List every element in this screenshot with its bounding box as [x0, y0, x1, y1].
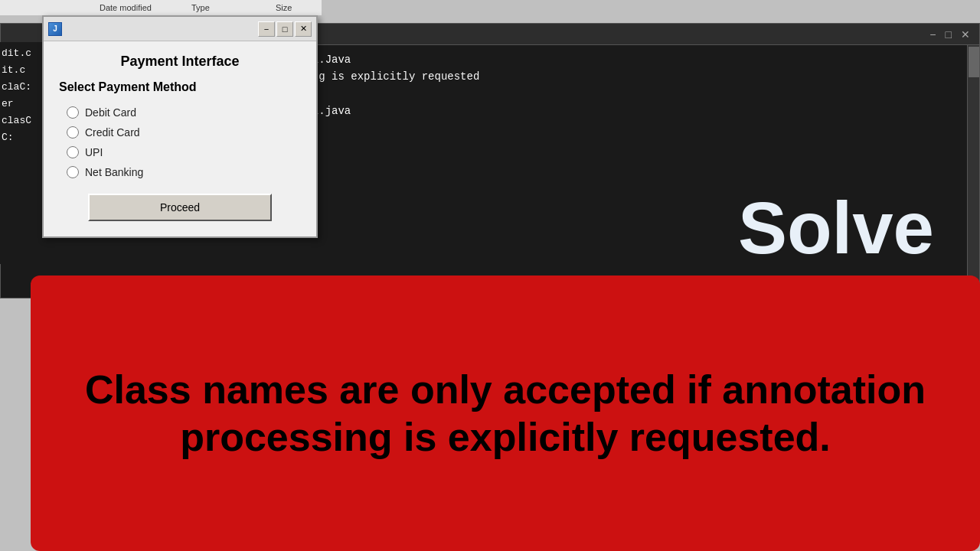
debit-card-option[interactable]: Debit Card [67, 106, 301, 119]
net-banking-label: Net Banking [85, 166, 143, 178]
payment-dialog: J − □ ✕ Payment Interface Select Payment… [42, 15, 318, 238]
solve-overlay-text: Solve [738, 191, 934, 265]
dialog-restore-button[interactable]: □ [276, 21, 293, 37]
dialog-body: Payment Interface Select Payment Method … [44, 41, 316, 236]
upi-radio[interactable] [67, 146, 79, 158]
credit-card-option[interactable]: Credit Card [67, 126, 301, 139]
terminal-scrollbar[interactable] [967, 45, 979, 299]
date-modified-col: Date modified [100, 3, 152, 12]
dialog-titlebar-controls[interactable]: − □ ✕ [258, 21, 312, 37]
net-banking-radio[interactable] [67, 166, 79, 178]
credit-card-label: Credit Card [85, 126, 140, 139]
net-banking-option[interactable]: Net Banking [67, 166, 301, 178]
dialog-close-button[interactable]: ✕ [295, 21, 312, 37]
red-banner: Class names are only accepted if annotat… [31, 276, 980, 551]
debit-card-label: Debit Card [85, 106, 136, 119]
dialog-minimize-button[interactable]: − [258, 21, 275, 37]
left-terminal-partial: dit.cit.cclaC:erclasCC: [0, 42, 46, 264]
proceed-button[interactable]: Proceed [88, 194, 272, 221]
dialog-titlebar: J − □ ✕ [44, 17, 316, 41]
upi-label: UPI [85, 146, 103, 158]
dialog-subtitle: Select Payment Method [59, 80, 301, 94]
credit-card-radio[interactable] [67, 126, 79, 139]
upi-option[interactable]: UPI [67, 146, 301, 158]
debit-card-radio[interactable] [67, 106, 79, 119]
dialog-title: Payment Interface [59, 54, 301, 70]
dialog-titlebar-left: J [48, 22, 62, 36]
terminal-scrollbar-thumb[interactable] [969, 47, 979, 77]
proceed-btn-container: Proceed [59, 194, 301, 221]
file-explorer-bar: Date modified Type Size [0, 0, 322, 15]
terminal-minimize[interactable]: − [926, 28, 939, 41]
banner-text: Class names are only accepted if annotat… [61, 366, 949, 461]
size-col: Size [276, 3, 292, 12]
terminal-restore[interactable]: □ [942, 28, 955, 41]
dialog-app-icon: J [48, 22, 62, 36]
terminal-controls[interactable]: − □ ✕ [926, 28, 973, 41]
type-col: Type [191, 3, 210, 12]
terminal-close[interactable]: ✕ [958, 28, 973, 41]
payment-method-group: Debit Card Credit Card UPI Net Banking [59, 106, 301, 178]
